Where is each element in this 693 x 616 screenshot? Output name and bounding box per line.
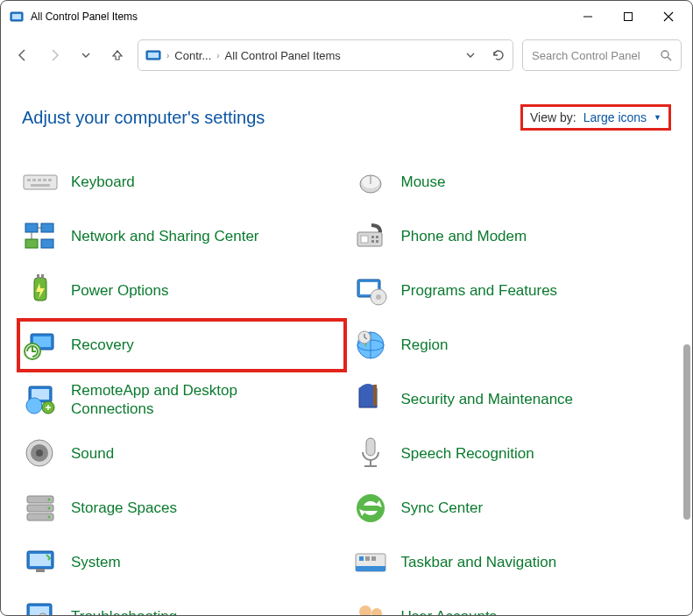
item-label: System bbox=[71, 553, 121, 571]
minimize-button[interactable] bbox=[568, 3, 608, 31]
items-grid: Keyboard Mouse Network and Sharing Cente… bbox=[1, 150, 692, 615]
item-recovery[interactable]: Recovery bbox=[17, 318, 347, 372]
item-programs-features[interactable]: Programs and Features bbox=[347, 264, 677, 318]
item-label: Network and Sharing Center bbox=[71, 227, 259, 245]
svg-point-62 bbox=[48, 499, 51, 501]
svg-rect-10 bbox=[24, 175, 57, 189]
svg-rect-14 bbox=[43, 179, 46, 181]
svg-point-38 bbox=[376, 294, 381, 300]
view-by-label: View by: bbox=[530, 110, 576, 124]
item-label: Keyboard bbox=[71, 173, 135, 191]
item-label: Security and Maintenance bbox=[401, 390, 574, 408]
maximize-button[interactable] bbox=[608, 3, 648, 31]
network-icon bbox=[22, 218, 59, 255]
item-system[interactable]: System bbox=[17, 535, 347, 590]
item-label: Mouse bbox=[401, 173, 446, 191]
svg-point-65 bbox=[357, 494, 385, 522]
navigation-toolbar: › Contr... › All Control Panel Items Sea… bbox=[1, 32, 692, 83]
svg-rect-71 bbox=[359, 556, 364, 561]
chevron-down-icon[interactable] bbox=[465, 50, 476, 60]
svg-rect-21 bbox=[41, 223, 53, 232]
item-security-maintenance[interactable]: Security and Maintenance bbox=[347, 372, 677, 427]
item-power-options[interactable]: Power Options bbox=[17, 264, 347, 318]
keyboard-icon bbox=[22, 164, 59, 201]
svg-rect-22 bbox=[25, 239, 38, 248]
svg-rect-34 bbox=[41, 274, 44, 279]
remoteapp-icon bbox=[22, 381, 59, 418]
up-button[interactable] bbox=[106, 44, 129, 67]
speech-icon bbox=[352, 435, 389, 472]
window-controls bbox=[568, 3, 689, 31]
security-icon bbox=[352, 381, 389, 418]
item-label: Region bbox=[401, 336, 449, 354]
svg-rect-68 bbox=[36, 569, 45, 572]
search-placeholder: Search Control Panel bbox=[532, 49, 640, 62]
item-sync-center[interactable]: Sync Center bbox=[347, 481, 677, 535]
back-button[interactable] bbox=[11, 44, 34, 67]
item-label: Recovery bbox=[71, 336, 134, 354]
item-remoteapp-connections[interactable]: RemoteApp and Desktop Connections bbox=[17, 372, 347, 427]
sound-icon bbox=[22, 435, 59, 472]
svg-rect-30 bbox=[371, 240, 374, 243]
svg-point-64 bbox=[48, 516, 51, 519]
svg-rect-73 bbox=[371, 556, 376, 561]
breadcrumb-item[interactable]: All Control Panel Items bbox=[225, 49, 341, 62]
close-button[interactable] bbox=[648, 3, 689, 31]
taskbar-icon bbox=[352, 544, 389, 581]
scrollbar-thumb[interactable] bbox=[683, 344, 690, 520]
recent-dropdown[interactable] bbox=[74, 44, 97, 67]
item-label: Storage Spaces bbox=[71, 499, 177, 517]
item-label: Phone and Modem bbox=[401, 227, 527, 245]
control-panel-app-icon bbox=[10, 10, 24, 24]
forward-button[interactable] bbox=[43, 44, 66, 67]
svg-point-50 bbox=[26, 398, 42, 414]
control-panel-breadcrumb-icon bbox=[145, 49, 161, 61]
svg-rect-28 bbox=[371, 236, 374, 238]
item-user-accounts[interactable]: User Accounts bbox=[347, 590, 677, 615]
refresh-button[interactable] bbox=[491, 48, 506, 62]
programs-icon bbox=[352, 273, 389, 309]
svg-rect-1 bbox=[12, 14, 21, 19]
svg-rect-15 bbox=[48, 179, 52, 181]
svg-rect-3 bbox=[625, 13, 633, 21]
svg-point-55 bbox=[36, 450, 43, 457]
users-icon bbox=[352, 598, 389, 615]
item-storage-spaces[interactable]: Storage Spaces bbox=[17, 481, 347, 535]
item-keyboard[interactable]: Keyboard bbox=[17, 155, 347, 209]
svg-rect-31 bbox=[376, 240, 378, 243]
item-troubleshooting[interactable]: Troubleshooting bbox=[17, 590, 347, 615]
view-by-value: Large icons bbox=[583, 110, 647, 124]
troubleshooting-icon bbox=[22, 598, 59, 615]
region-icon bbox=[352, 327, 389, 364]
item-phone-modem[interactable]: Phone and Modem bbox=[347, 209, 677, 264]
caret-down-icon: ▼ bbox=[654, 113, 661, 122]
mouse-icon bbox=[352, 164, 389, 201]
storage-icon bbox=[22, 490, 59, 527]
item-label: Taskbar and Navigation bbox=[401, 553, 557, 571]
svg-line-9 bbox=[668, 57, 671, 60]
svg-rect-16 bbox=[31, 184, 50, 187]
address-bar[interactable]: › Contr... › All Control Panel Items bbox=[138, 39, 513, 71]
item-label: Power Options bbox=[71, 281, 169, 300]
page-header: Adjust your computer's settings View by:… bbox=[1, 83, 692, 139]
item-network-sharing-center[interactable]: Network and Sharing Center bbox=[17, 209, 347, 264]
search-icon bbox=[660, 49, 672, 61]
item-sound[interactable]: Sound bbox=[17, 427, 347, 481]
item-speech-recognition[interactable]: Speech Recognition bbox=[347, 427, 677, 481]
svg-rect-29 bbox=[376, 236, 378, 238]
svg-point-77 bbox=[359, 605, 371, 615]
item-label: Speech Recognition bbox=[401, 444, 534, 463]
view-by-control[interactable]: View by: Large icons ▼ bbox=[520, 104, 671, 131]
item-label: Programs and Features bbox=[401, 281, 558, 300]
item-label: User Accounts bbox=[401, 607, 498, 615]
item-taskbar-navigation[interactable]: Taskbar and Navigation bbox=[347, 535, 677, 590]
search-input[interactable]: Search Control Panel bbox=[522, 39, 682, 71]
item-mouse[interactable]: Mouse bbox=[347, 155, 677, 209]
svg-rect-11 bbox=[27, 179, 31, 181]
svg-rect-70 bbox=[356, 566, 385, 571]
breadcrumb-item[interactable]: Contr... bbox=[174, 49, 211, 62]
item-label: Sync Center bbox=[401, 499, 484, 517]
titlebar: All Control Panel Items bbox=[1, 1, 692, 32]
item-region[interactable]: Region bbox=[347, 318, 677, 372]
chevron-right-icon: › bbox=[216, 51, 219, 60]
